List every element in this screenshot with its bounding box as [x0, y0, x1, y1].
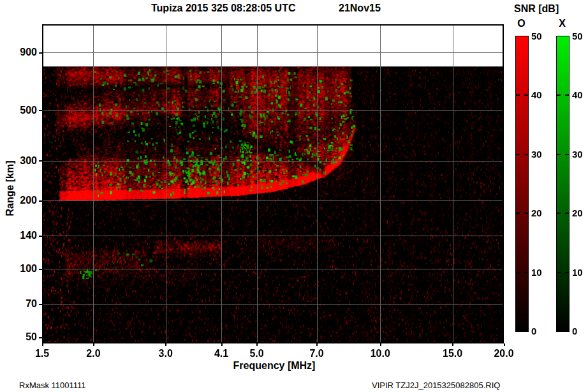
y-tick-label: 500: [9, 105, 37, 116]
colorbar-x-gradient: [556, 36, 570, 332]
filename-text: VIPIR TZJ2J_2015325082805.RIQ: [372, 381, 500, 390]
y-tick-mark: [39, 236, 42, 237]
colorbar-x-tick-label: 10: [572, 267, 588, 278]
colorbar-o-tick-label: 50: [531, 31, 548, 41]
colorbar-tick-dash: [516, 272, 528, 273]
colorbar-tick-dash: [557, 213, 569, 214]
x-tick-mark: [504, 343, 505, 346]
x-tick-mark: [42, 343, 43, 346]
y-tick-label: 100: [9, 263, 37, 275]
colorbar-o-tick-label: 0: [531, 326, 548, 336]
ionogram-page: { "title": { "main": "Tupiza 2015 325 08…: [0, 0, 588, 392]
y-tick-mark: [39, 337, 42, 338]
colorbar-x-tick-label: 30: [572, 149, 588, 160]
y-axis-title: Range [km]: [4, 160, 16, 216]
x-tick-label: 4.1: [209, 348, 234, 359]
x-tick-mark: [256, 343, 258, 346]
colorbar-tick-dash: [516, 154, 528, 155]
y-tick-mark: [39, 110, 42, 111]
colorbar-o-tick-label: 10: [531, 267, 548, 278]
y-tick-label: 50: [9, 331, 37, 343]
colorbar-tick-dash: [557, 272, 569, 273]
x-tick-label: 3.0: [153, 348, 179, 359]
x-tick-label: 10.0: [367, 348, 393, 359]
y-tick-mark: [39, 200, 42, 202]
y-tick-label: 140: [9, 230, 37, 241]
x-tick-label: 5.0: [244, 348, 270, 359]
x-tick-mark: [165, 343, 166, 346]
colorbar-x-label: X: [556, 18, 568, 29]
y-tick-mark: [39, 52, 42, 54]
colorbar-tick-dash: [516, 213, 528, 214]
x-tick-label: 20.0: [491, 348, 517, 359]
x-tick-mark: [380, 343, 381, 346]
colorbar-o-gradient: [515, 36, 529, 332]
x-tick-label: 2.0: [80, 348, 106, 359]
ionogram-plot[interactable]: [42, 24, 504, 343]
x-tick-mark: [221, 343, 223, 346]
rxmask-text: RxMask 11001111: [19, 381, 86, 390]
y-tick-label: 300: [9, 155, 37, 167]
plot-title: Tupiza 2015 325 08:28:05 UTC: [151, 3, 295, 14]
x-tick-label: 15.0: [440, 348, 466, 359]
y-tick-label: 200: [9, 195, 37, 206]
colorbar-o-label: O: [515, 18, 527, 29]
plot-date: 21Nov15: [339, 3, 381, 14]
colorbar-title: SNR [dB]: [514, 3, 559, 15]
colorbar-o-tick-label: 30: [531, 149, 548, 160]
y-tick-mark: [39, 304, 42, 305]
x-tick-mark: [93, 343, 94, 346]
colorbar-x-tick-label: 50: [572, 31, 588, 41]
y-tick-mark: [39, 160, 42, 162]
colorbar-o-tick-label: 20: [531, 207, 548, 218]
colorbar-tick-dash: [516, 94, 528, 96]
colorbar-x-tick-label: 40: [572, 89, 588, 100]
x-tick-label: 7.0: [304, 348, 330, 359]
x-tick-mark: [316, 343, 318, 346]
y-tick-mark: [39, 269, 42, 270]
x-axis-title: Frequency [MHz]: [210, 360, 338, 372]
x-tick-label: 1.5: [29, 348, 55, 359]
colorbar-o-tick-label: 40: [531, 89, 548, 100]
colorbar-tick-dash: [557, 154, 569, 155]
colorbar-x-tick-label: 0: [572, 326, 588, 336]
colorbar-x-tick-label: 20: [572, 207, 588, 218]
colorbar-tick-dash: [557, 94, 569, 96]
y-tick-label: 70: [9, 298, 37, 310]
x-tick-mark: [452, 343, 453, 346]
y-tick-label: 900: [9, 47, 37, 58]
